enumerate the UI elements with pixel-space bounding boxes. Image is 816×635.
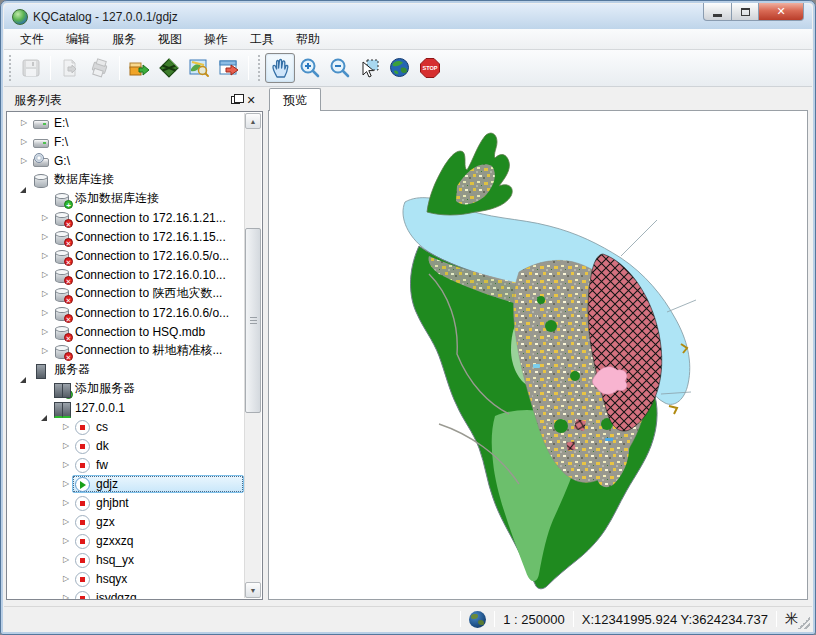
tree-item-body: +添加数据库连接: [51, 190, 244, 208]
scrollbar-thumb[interactable]: [245, 228, 261, 413]
map-package-button[interactable]: [154, 53, 184, 83]
publish-service-button[interactable]: [124, 53, 154, 83]
collapsed-arrow-icon[interactable]: ▷: [18, 113, 30, 132]
collapsed-arrow-icon[interactable]: ▷: [60, 531, 72, 550]
collapsed-arrow-icon[interactable]: ▷: [39, 227, 51, 246]
close-panel-button[interactable]: ✕: [243, 92, 259, 108]
menu-edit[interactable]: 编辑: [56, 29, 100, 50]
tree-item-connection-to-172-16-0-5-o[interactable]: ▷✕Connection to 172.16.0.5/o...: [8, 246, 244, 265]
title-bar[interactable]: KQCatalog - 127.0.0.1/gdjz ✕: [4, 4, 812, 29]
collapsed-arrow-icon[interactable]: ▷: [18, 132, 30, 151]
tree-item-body: +添加服务器: [51, 380, 244, 398]
collapsed-arrow-icon[interactable]: ▷: [60, 474, 72, 493]
collapsed-arrow-icon[interactable]: ▷: [60, 455, 72, 474]
tree-item-connection-to-hsq-mdb[interactable]: ▷✕Connection to HSQ.mdb: [8, 322, 244, 341]
toolbar-grip[interactable]: [7, 55, 13, 81]
export-window-button[interactable]: [214, 53, 244, 83]
map-canvas[interactable]: [268, 110, 808, 600]
tree-indent: [8, 217, 39, 218]
collapsed-arrow-icon[interactable]: ▷: [60, 588, 72, 600]
tree-item-hsq_yx[interactable]: ▷hsq_yx: [8, 550, 244, 569]
tree-item-body: hsqyx: [72, 570, 244, 588]
service-tree[interactable]: ▷E:\▷F:\▷G:\数据库连接+添加数据库连接▷✕Connection to…: [6, 111, 263, 600]
tree-item-g[interactable]: ▷G:\: [8, 151, 244, 170]
menu-tools[interactable]: 工具: [240, 29, 284, 50]
database-error-icon: ✕: [53, 286, 71, 302]
scroll-up-arrow-icon[interactable]: ▲: [245, 113, 261, 129]
window-title: KQCatalog - 127.0.0.1/gdjz: [33, 10, 178, 24]
tab-preview[interactable]: 预览: [269, 88, 321, 111]
collapsed-arrow-icon[interactable]: ▷: [39, 208, 51, 227]
dock-header[interactable]: 服务列表 ✕: [6, 89, 263, 111]
tree-item-connection-to-172-16-1-21[interactable]: ▷✕Connection to 172.16.1.21...: [8, 208, 244, 227]
collapsed-arrow-icon[interactable]: ▷: [18, 151, 30, 170]
resize-grip[interactable]: [798, 617, 810, 629]
scroll-down-arrow-icon[interactable]: ▼: [245, 582, 261, 598]
print-button[interactable]: [85, 53, 115, 83]
tree-item-jsydgzq[interactable]: ▷jsydgzq: [8, 588, 244, 600]
zoom-out-button[interactable]: [325, 53, 355, 83]
menu-help[interactable]: 帮助: [286, 29, 330, 50]
menu-service[interactable]: 服务: [102, 29, 146, 50]
collapsed-arrow-icon[interactable]: ▷: [39, 246, 51, 265]
tree-item-body: cs: [72, 418, 244, 436]
toolbar-grip[interactable]: [256, 55, 262, 81]
tree-item-connection-to-172-16-0-10[interactable]: ▷✕Connection to 172.16.0.10...: [8, 265, 244, 284]
tree-item-dk[interactable]: ▷dk: [8, 436, 244, 455]
menu-operate[interactable]: 操作: [194, 29, 238, 50]
full-extent-button[interactable]: [385, 53, 415, 83]
save-button[interactable]: [16, 53, 46, 83]
zoom-in-button[interactable]: [295, 53, 325, 83]
tree-item-fw[interactable]: ▷fw: [8, 455, 244, 474]
tree-item-hsqyx[interactable]: ▷hsqyx: [8, 569, 244, 588]
collapsed-arrow-icon[interactable]: ▷: [39, 303, 51, 322]
close-button[interactable]: ✕: [759, 3, 804, 21]
collapsed-arrow-icon[interactable]: ▷: [39, 341, 51, 360]
tree-item-ghjbnt[interactable]: ▷ghjbnt: [8, 493, 244, 512]
tree-item-[interactable]: +添加服务器: [8, 379, 244, 398]
collapsed-arrow-icon[interactable]: ▷: [39, 284, 51, 303]
tree-indent: [8, 141, 18, 142]
pan-tool-button[interactable]: [265, 53, 295, 83]
tree-indent: [8, 521, 60, 522]
tree-item-connection-to-172-16-1-15[interactable]: ▷✕Connection to 172.16.1.15...: [8, 227, 244, 246]
tree-item-[interactable]: 数据库连接: [8, 170, 244, 189]
toolbar-separator: [50, 56, 51, 80]
menu-file[interactable]: 文件: [10, 29, 54, 50]
database-error-icon: ✕: [53, 343, 71, 359]
menu-view[interactable]: 视图: [148, 29, 192, 50]
collapsed-arrow-icon[interactable]: ▷: [39, 265, 51, 284]
collapsed-arrow-icon[interactable]: ▷: [60, 550, 72, 569]
tree-item-[interactable]: 服务器: [8, 360, 244, 379]
tree-item-connection-to[interactable]: ▷✕Connection to 陕西地灾数...: [8, 284, 244, 303]
float-panel-button[interactable]: [227, 92, 243, 108]
collapsed-arrow-icon[interactable]: ▷: [60, 436, 72, 455]
error-badge-icon: ✕: [64, 352, 73, 361]
tree-item-connection-to[interactable]: ▷✕Connection to 耕地精准核...: [8, 341, 244, 360]
export-document-button[interactable]: [55, 53, 85, 83]
minimize-button[interactable]: [703, 3, 732, 21]
tree-item-gzxxzq[interactable]: ▷gzxxzq: [8, 531, 244, 550]
tree-item-gdjz[interactable]: ▷gdjz: [8, 474, 244, 493]
collapsed-arrow-icon[interactable]: ▷: [60, 417, 72, 436]
tree-item-[interactable]: +添加数据库连接: [8, 189, 244, 208]
tree-item-f[interactable]: ▷F:\: [8, 132, 244, 151]
stop-button[interactable]: STOP: [415, 53, 445, 83]
tree-scrollbar[interactable]: ▲ ▼: [244, 113, 261, 598]
dock-title: 服务列表: [14, 92, 227, 109]
tree-item-connection-to-172-16-0-6-o[interactable]: ▷✕Connection to 172.16.0.6/o...: [8, 303, 244, 322]
collapsed-arrow-icon[interactable]: ▷: [60, 493, 72, 512]
tree-item-127-0-0-1[interactable]: 127.0.0.1: [8, 398, 244, 417]
maximize-button[interactable]: [732, 3, 759, 21]
collapsed-arrow-icon[interactable]: ▷: [39, 322, 51, 341]
close-icon: ✕: [776, 5, 785, 18]
select-region-button[interactable]: [355, 53, 385, 83]
tree-item-e[interactable]: ▷E:\: [8, 113, 244, 132]
tree-item-label: cs: [96, 420, 108, 434]
tree-indent: [8, 312, 39, 313]
export-document-icon: [59, 57, 81, 79]
collapsed-arrow-icon[interactable]: ▷: [60, 569, 72, 588]
collapsed-arrow-icon[interactable]: ▷: [60, 512, 72, 531]
tree-item-gzx[interactable]: ▷gzx: [8, 512, 244, 531]
preview-map-button[interactable]: [184, 53, 214, 83]
